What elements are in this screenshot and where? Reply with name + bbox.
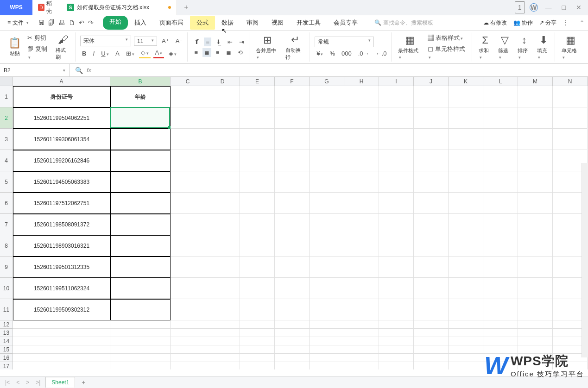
cell-I4[interactable]	[379, 150, 414, 171]
menu-tab-formula[interactable]: 公式	[190, 16, 215, 30]
cell-F10[interactable]	[275, 278, 310, 299]
cell-A10[interactable]: 152601199511062324	[13, 278, 110, 299]
cell-G17[interactable]	[310, 362, 344, 369]
cell-G15[interactable]	[310, 345, 344, 354]
sheet-add-button[interactable]: +	[79, 379, 88, 386]
cell-I17[interactable]	[379, 362, 414, 369]
menu-tab-devtools[interactable]: 开发工具	[290, 16, 327, 30]
cell-H1[interactable]	[344, 86, 379, 107]
cell-G11[interactable]	[310, 299, 344, 320]
cell-L16[interactable]	[483, 354, 518, 362]
justify-icon[interactable]: ≣	[224, 48, 233, 57]
cell-B3[interactable]	[110, 129, 171, 150]
col-header-B[interactable]: B	[110, 77, 171, 86]
cell-N2[interactable]	[553, 107, 588, 129]
cell-G1[interactable]	[310, 86, 344, 107]
cell-H7[interactable]	[344, 214, 379, 235]
font-color-button[interactable]: A▾	[153, 48, 164, 58]
cell-K4[interactable]	[449, 150, 483, 171]
cell-B17[interactable]	[110, 362, 171, 369]
cell-E7[interactable]	[240, 214, 275, 235]
row-header-14[interactable]: 14	[0, 337, 13, 345]
cell-M3[interactable]	[518, 129, 553, 150]
cell-C7[interactable]	[171, 214, 205, 235]
cell-E4[interactable]	[240, 150, 275, 171]
cell-F17[interactable]	[275, 362, 310, 369]
cell-G13[interactable]	[310, 329, 344, 337]
cell-G2[interactable]	[310, 107, 344, 129]
cell-M5[interactable]	[518, 171, 553, 193]
orientation-icon[interactable]: ⟲	[236, 48, 245, 57]
cell-F16[interactable]	[275, 354, 310, 362]
cell-J6[interactable]	[414, 193, 449, 214]
cell-L15[interactable]	[483, 345, 518, 354]
currency-icon[interactable]: ¥▾	[315, 49, 325, 58]
cell-K11[interactable]	[449, 299, 483, 320]
cell-L9[interactable]	[483, 257, 518, 278]
cell-A13[interactable]	[13, 329, 110, 337]
row-header-17[interactable]: 17	[0, 362, 13, 369]
col-header-A[interactable]: A	[13, 77, 110, 86]
save-as-icon[interactable]: 🗐	[48, 19, 55, 26]
row-header-7[interactable]: 7	[0, 214, 13, 235]
cell-B8[interactable]	[110, 235, 171, 257]
cell-B16[interactable]	[110, 354, 171, 362]
cell-H5[interactable]	[344, 171, 379, 193]
cell-K8[interactable]	[449, 235, 483, 257]
cell-L17[interactable]	[483, 362, 518, 369]
print-icon[interactable]: 🖶	[58, 19, 65, 26]
cells-area[interactable]: 身份证号年龄1526011995040622511526011993060613…	[13, 86, 588, 369]
cell-E3[interactable]	[240, 129, 275, 150]
cell-J10[interactable]	[414, 278, 449, 299]
cell-F2[interactable]	[275, 107, 310, 129]
cell-L8[interactable]	[483, 235, 518, 257]
font-name-select[interactable]: 宋体▾	[80, 36, 131, 46]
wrap-button[interactable]: ↵自动换行	[284, 33, 307, 62]
cell-H13[interactable]	[344, 329, 379, 337]
menu-tab-view[interactable]: 视图	[265, 16, 290, 30]
sheet-nav-prev-icon[interactable]: <	[15, 379, 21, 386]
cell-H16[interactable]	[344, 354, 379, 362]
cell-I1[interactable]	[379, 86, 414, 107]
cell-L4[interactable]	[483, 150, 518, 171]
cell-K5[interactable]	[449, 171, 483, 193]
cell-C6[interactable]	[171, 193, 205, 214]
maximize-icon[interactable]: □	[559, 2, 569, 13]
paste-button[interactable]: 📋粘贴	[6, 36, 23, 58]
cell-H6[interactable]	[344, 193, 379, 214]
cell-J17[interactable]	[414, 362, 449, 369]
merge-button[interactable]: ⊞合并居中▾	[254, 33, 280, 61]
cell-J1[interactable]	[414, 86, 449, 107]
cell-K17[interactable]	[449, 362, 483, 369]
cell-D2[interactable]	[205, 107, 240, 129]
cell-H12[interactable]	[344, 320, 379, 329]
cell-A17[interactable]	[13, 362, 110, 369]
cell-B15[interactable]	[110, 345, 171, 354]
cell-M13[interactable]	[518, 329, 553, 337]
cell-I15[interactable]	[379, 345, 414, 354]
cell-I10[interactable]	[379, 278, 414, 299]
cell-M10[interactable]	[518, 278, 553, 299]
cell-E15[interactable]	[240, 345, 275, 354]
cell-F6[interactable]	[275, 193, 310, 214]
cell-M11[interactable]	[518, 299, 553, 320]
cell-B11[interactable]	[110, 299, 171, 320]
cell-B12[interactable]	[110, 320, 171, 329]
cond-format-button[interactable]: ▦条件格式▾	[396, 33, 423, 61]
share-button[interactable]: ↗ 分享	[539, 19, 556, 27]
cell-L10[interactable]	[483, 278, 518, 299]
cell-I3[interactable]	[379, 129, 414, 150]
cell-A3[interactable]: 152601199306061354	[13, 129, 110, 150]
cell-E14[interactable]	[240, 337, 275, 345]
cell-F8[interactable]	[275, 235, 310, 257]
cell-D11[interactable]	[205, 299, 240, 320]
cell-M12[interactable]	[518, 320, 553, 329]
cell-E6[interactable]	[240, 193, 275, 214]
align-top-icon[interactable]: ⬆̄	[192, 38, 201, 46]
bold-button[interactable]: B	[80, 49, 88, 58]
increase-font-icon[interactable]: A⁺	[160, 37, 171, 45]
row-header-9[interactable]: 9	[0, 257, 13, 278]
copy-button[interactable]: 🗐 复制▾	[25, 44, 51, 61]
close-icon[interactable]: ✕	[573, 2, 584, 13]
coop-button[interactable]: 👥 协作	[513, 19, 533, 27]
